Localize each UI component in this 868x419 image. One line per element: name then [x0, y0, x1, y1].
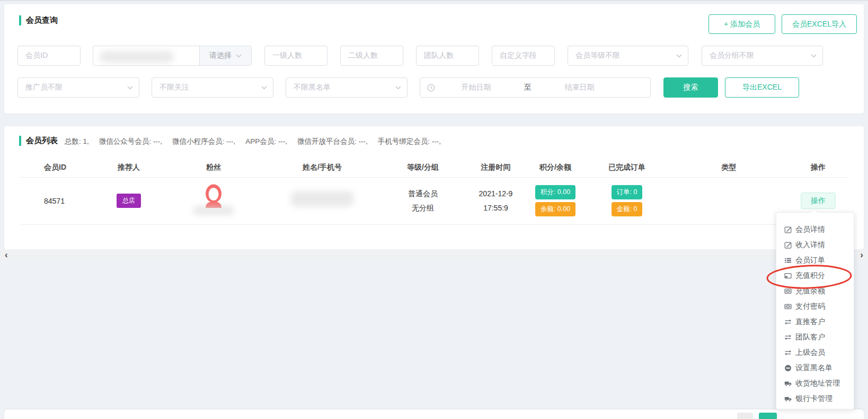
footer-bar	[4, 409, 864, 419]
chevron-down-icon	[127, 86, 133, 90]
swap-icon	[784, 349, 792, 356]
chevron-down-icon	[676, 54, 682, 58]
col-reg-time: 注册时间	[465, 163, 526, 172]
member-level-select[interactable]: 会员等级不限	[568, 46, 688, 66]
truck-icon	[784, 380, 792, 387]
member-query-card: 会员查询 + 添加会员 会员EXCEL导入 会员ID 请选择 一级人数 二级人数	[4, 4, 864, 114]
col-actions: 操作	[789, 163, 848, 172]
clock-icon	[427, 84, 435, 92]
member-admin-page: { "query_card": { "title": "会员查询", "add_…	[0, 0, 868, 419]
menu-item-team-customers[interactable]: 团队客户	[776, 329, 854, 345]
query-title-text: 会员查询	[26, 15, 58, 25]
stat-wechat-official: 微信公众号会员: ---,	[99, 137, 162, 146]
menu-item-upper-member[interactable]: 上级会员	[776, 345, 854, 360]
col-completed-orders: 已完成订单	[584, 163, 669, 172]
reg-time: 17:55:9	[483, 202, 508, 214]
chevron-down-icon	[811, 54, 817, 58]
swap-icon	[784, 334, 792, 341]
follow-select[interactable]: 不限关注	[152, 77, 273, 98]
row-divider	[20, 224, 848, 225]
date-range-picker[interactable]: 开始日期 至 结束日期	[420, 77, 651, 98]
chevron-down-icon	[261, 86, 267, 90]
menu-item-bank-card[interactable]: 银行卡管理	[776, 391, 854, 406]
truck-icon	[784, 395, 792, 403]
scroll-left-arrow-icon[interactable]: ‹	[5, 250, 8, 259]
start-date-input[interactable]: 开始日期	[440, 83, 512, 92]
col-member-id: 会员ID	[20, 163, 94, 172]
menu-item-set-blacklist[interactable]: 设置黑名单	[776, 360, 854, 376]
edit-icon	[784, 241, 792, 249]
stat-app: APP会员: ---,	[245, 137, 287, 146]
accent-bar	[19, 15, 21, 25]
add-member-button[interactable]: + 添加会员	[708, 14, 775, 34]
search-button[interactable]: 搜索	[663, 77, 718, 98]
list-title-text: 会员列表	[26, 136, 58, 146]
end-date-input[interactable]: 结束日期	[544, 83, 615, 92]
table-header: 会员ID 推荐人 粉丝 姓名/手机号 等级/分组 注册时间 积分/余额 已完成订…	[20, 158, 848, 177]
name-cell	[264, 182, 380, 220]
stat-open-platform: 微信开放平台会员: ---,	[297, 137, 368, 146]
swap-icon	[784, 318, 792, 326]
menu-item-recharge-points[interactable]: 充值积分	[776, 268, 854, 283]
top-actions: + 添加会员 会员EXCEL导入	[708, 14, 857, 34]
menu-item-payment-password[interactable]: 支付密码	[776, 299, 854, 314]
horizontal-scrollbar[interactable]: ‹ ›	[0, 249, 868, 260]
menu-item-recharge-balance[interactable]: 充值余额	[776, 283, 854, 299]
member-id-input[interactable]: 会员ID	[17, 46, 81, 66]
level1-count-input[interactable]: 一级人数	[264, 46, 327, 66]
col-referrer: 推荐人	[94, 163, 163, 172]
top-divider	[0, 0, 868, 1]
money-icon	[784, 303, 792, 310]
footer-gray-button[interactable]	[737, 413, 753, 419]
row-action-button[interactable]: 操作	[801, 193, 836, 209]
table-row: 84571 总店 普通会员 无分组	[20, 177, 848, 224]
chevron-down-icon	[236, 54, 242, 58]
bank-card-icon	[784, 272, 792, 280]
list-card-title: 会员列表	[19, 136, 58, 146]
team-count-input[interactable]: 团队人数	[416, 46, 479, 66]
referrer-badge: 总店	[117, 194, 141, 208]
points-badge: 积分: 0.00	[535, 185, 575, 199]
blacklist-select[interactable]: 不限黑名单	[286, 77, 408, 98]
scroll-right-arrow-icon[interactable]: ›	[860, 250, 863, 259]
edit-icon	[784, 226, 792, 233]
custom-field-input[interactable]: 自定义字段	[492, 46, 555, 66]
redacted-input-value	[100, 51, 174, 63]
chevron-down-icon	[395, 86, 401, 90]
redacted-fans-name	[193, 206, 234, 215]
member-excel-import-button[interactable]: 会员EXCEL导入	[782, 14, 857, 34]
promoter-select[interactable]: 推广员不限	[17, 77, 139, 98]
col-level-group: 等级/分组	[380, 163, 465, 172]
member-group-select[interactable]: 会员分组不限	[702, 46, 823, 66]
export-excel-button[interactable]: 导出EXCEL	[725, 77, 799, 98]
stat-total: 总数: 1,	[65, 137, 89, 146]
footer-green-button[interactable]	[759, 413, 777, 419]
action-dropdown-menu: 会员详情 收入详情 会员订单 充值积分 充值余额 支付密码 直推客户 团队客户 …	[776, 212, 854, 409]
col-name-phone: 姓名/手机号	[264, 163, 380, 172]
fans-cell	[163, 182, 264, 220]
col-type: 类型	[669, 163, 789, 172]
menu-item-direct-customers[interactable]: 直推客户	[776, 314, 854, 329]
member-list-card: 会员列表 总数: 1, 微信公众号会员: ---, 微信小程序会员: ---, …	[4, 126, 864, 249]
menu-item-income-detail[interactable]: 收入详情	[776, 237, 854, 252]
accent-bar	[19, 136, 21, 146]
search-combo: 请选择	[93, 46, 252, 66]
combo-text-input[interactable]	[93, 46, 199, 65]
cell-member-id: 84571	[20, 197, 94, 205]
level2-count-input[interactable]: 二级人数	[340, 46, 403, 66]
combo-type-select[interactable]: 请选择	[199, 46, 251, 65]
menu-item-shipping-address[interactable]: 收货地址管理	[776, 376, 854, 391]
member-level: 普通会员	[408, 188, 438, 199]
amount-badge: 金额: 0	[612, 202, 643, 216]
date-separator: 至	[512, 83, 544, 92]
balance-badge: 余额: 0.00	[535, 202, 575, 216]
menu-item-member-detail[interactable]: 会员详情	[776, 222, 854, 237]
member-group: 无分组	[412, 202, 434, 214]
stat-mini-program: 微信小程序会员: ---,	[172, 137, 235, 146]
reg-date: 2021-12-9	[479, 188, 513, 199]
list-icon	[784, 257, 792, 264]
menu-item-member-orders[interactable]: 会员订单	[776, 252, 854, 268]
col-fans: 粉丝	[163, 163, 264, 172]
member-stats: 总数: 1, 微信公众号会员: ---, 微信小程序会员: ---, APP会员…	[65, 137, 441, 146]
col-points-balance: 积分/余额	[526, 163, 584, 172]
